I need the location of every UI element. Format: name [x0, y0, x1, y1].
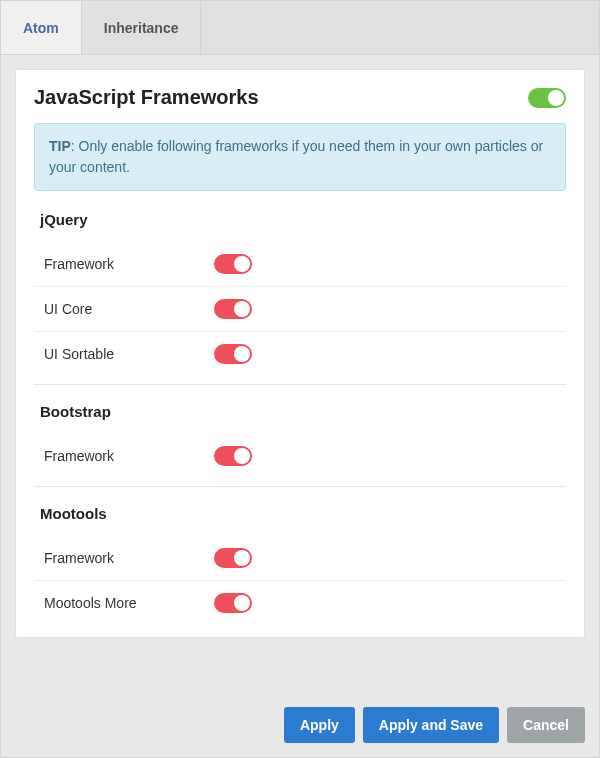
toggle-jquery-ui-sortable[interactable]	[214, 344, 252, 364]
row-label: Framework	[44, 550, 214, 566]
toggle-knob-icon	[234, 301, 250, 317]
toggle-knob-icon	[234, 595, 250, 611]
dialog-container: Atom Inheritance JavaScript Frameworks T…	[0, 0, 600, 758]
tab-atom[interactable]: Atom	[1, 1, 82, 54]
row-label: Framework	[44, 256, 214, 272]
section-title-mootools: Mootools	[40, 505, 566, 522]
toggle-jquery-ui-core[interactable]	[214, 299, 252, 319]
row-label: Mootools More	[44, 595, 214, 611]
toggle-bootstrap-framework[interactable]	[214, 446, 252, 466]
settings-panel: JavaScript Frameworks TIP: Only enable f…	[15, 69, 585, 638]
divider	[34, 384, 566, 385]
toggle-knob-icon	[234, 550, 250, 566]
section-bootstrap: Framework	[34, 434, 566, 478]
panel-wrap: JavaScript Frameworks TIP: Only enable f…	[1, 55, 599, 652]
row-jquery-ui-sortable: UI Sortable	[34, 332, 566, 376]
tip-box: TIP: Only enable following frameworks if…	[34, 123, 566, 191]
apply-button[interactable]: Apply	[284, 707, 355, 743]
tab-bar: Atom Inheritance	[1, 1, 599, 55]
row-label: UI Core	[44, 301, 214, 317]
dialog-footer: Apply Apply and Save Cancel	[1, 695, 599, 757]
row-label: Framework	[44, 448, 214, 464]
toggle-knob-icon	[234, 346, 250, 362]
row-jquery-ui-core: UI Core	[34, 287, 566, 332]
cancel-button[interactable]: Cancel	[507, 707, 585, 743]
master-toggle[interactable]	[528, 88, 566, 108]
toggle-jquery-framework[interactable]	[214, 254, 252, 274]
toggle-mootools-framework[interactable]	[214, 548, 252, 568]
tip-text: : Only enable following frameworks if yo…	[49, 138, 543, 175]
row-bootstrap-framework: Framework	[34, 434, 566, 478]
panel-title: JavaScript Frameworks	[34, 86, 259, 109]
row-label: UI Sortable	[44, 346, 214, 362]
tab-inheritance[interactable]: Inheritance	[82, 1, 202, 54]
toggle-knob-icon	[234, 448, 250, 464]
toggle-knob-icon	[548, 90, 564, 106]
toggle-knob-icon	[234, 256, 250, 272]
section-mootools: Framework Mootools More	[34, 536, 566, 625]
row-mootools-more: Mootools More	[34, 581, 566, 625]
divider	[34, 486, 566, 487]
apply-and-save-button[interactable]: Apply and Save	[363, 707, 499, 743]
row-mootools-framework: Framework	[34, 536, 566, 581]
section-jquery: Framework UI Core UI Sortable	[34, 242, 566, 376]
tip-label: TIP	[49, 138, 71, 154]
toggle-mootools-more[interactable]	[214, 593, 252, 613]
section-title-bootstrap: Bootstrap	[40, 403, 566, 420]
row-jquery-framework: Framework	[34, 242, 566, 287]
panel-header: JavaScript Frameworks	[34, 86, 566, 109]
section-title-jquery: jQuery	[40, 211, 566, 228]
